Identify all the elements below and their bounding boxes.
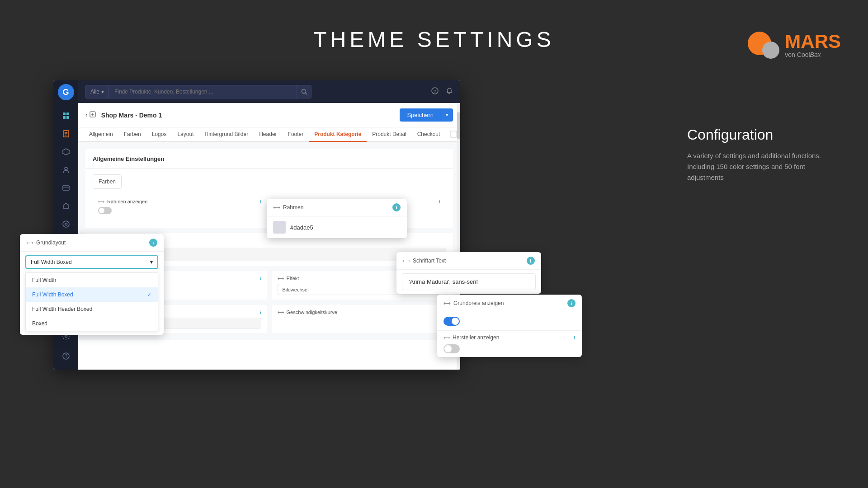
page-title-section: THEME SETTINGS MARS von CoolBax Configur…: [0, 0, 868, 488]
save-button[interactable]: Speichern: [400, 108, 441, 122]
sidebar-icon-orders[interactable]: [58, 126, 74, 142]
topbar: Alle ▾ ?: [78, 80, 460, 103]
page-title: THEME SETTINGS: [0, 27, 868, 52]
dropdown-item-boxed[interactable]: Boxed: [26, 316, 158, 331]
grundlayout-dropdown-menu: Full Width Full Width Boxed ✓ Full Width…: [25, 272, 158, 331]
tab-allgemein[interactable]: Allgemein: [84, 127, 118, 142]
sidebar-icon-customers[interactable]: [58, 162, 74, 178]
rahmen-info[interactable]: ℹ: [439, 199, 440, 204]
schriftart-value: 'Arima Madurai', sans-serif: [402, 273, 536, 290]
tab-footer[interactable]: Footer: [283, 127, 309, 142]
tab-produkt-detail[interactable]: Produkt Detail: [367, 127, 411, 142]
check-icon: ✓: [147, 291, 151, 298]
grundpreis-toggle[interactable]: [443, 317, 460, 326]
tab-logos[interactable]: Logos: [146, 127, 172, 142]
schriftart-title: Schriftart Text: [413, 258, 446, 264]
grundlayout-title: Grundlayout: [36, 239, 66, 246]
search-input[interactable]: [108, 85, 297, 99]
hersteller-info[interactable]: ℹ: [574, 335, 576, 340]
schriftart-icon: ⟷: [403, 258, 410, 264]
rahmen-color-swatch-panel[interactable]: [273, 221, 286, 234]
svg-point-11: [63, 221, 69, 227]
geschwindigkeit-label: Geschwindigkeitskurve: [287, 310, 338, 315]
sidebar-icon-products[interactable]: [58, 144, 74, 160]
grundlayout-info-btn[interactable]: i: [149, 239, 157, 247]
hersteller-title: Hersteller anzeigen: [453, 334, 499, 341]
dauer-info[interactable]: ℹ: [259, 310, 261, 315]
rahmen-anzeigen-toggle[interactable]: [98, 207, 112, 214]
search-container: Alle ▾: [85, 85, 311, 99]
svg-text:?: ?: [434, 89, 436, 94]
dropdown-item-full-width[interactable]: Full Width: [26, 273, 158, 287]
tab-farben[interactable]: Farben: [118, 127, 146, 142]
grundlayout-select[interactable]: Full Width Boxed ▾: [25, 255, 158, 269]
rahmen-anzeigen-info[interactable]: ℹ: [259, 199, 261, 204]
tab-header[interactable]: Header: [254, 127, 282, 142]
grundlayout-icon: ⟷: [26, 240, 33, 246]
svg-point-16: [65, 335, 67, 338]
config-panel: Configuration A variety of settings and …: [687, 127, 841, 183]
sidebar-icon-help[interactable]: ?: [58, 348, 74, 364]
inner-header: ‹ Shop Mars - Demo 1 Speichern ▾: [78, 103, 460, 127]
nav-arrows: ‹: [85, 111, 96, 119]
forward-icon[interactable]: [90, 111, 96, 119]
effekt-label: Effekt: [287, 276, 299, 281]
search-button[interactable]: [297, 85, 311, 99]
aktiv-info[interactable]: ℹ: [259, 276, 261, 281]
scrollbar-thumb: [457, 112, 460, 139]
rahmen-panel-title: Rahmen: [283, 204, 303, 211]
svg-rect-1: [66, 113, 69, 115]
tab-hintergrund[interactable]: Hintergrund Bilder: [199, 127, 254, 142]
tab-layout[interactable]: Layout: [172, 127, 199, 142]
schriftart-panel: ⟷ Schriftart Text ℹ 'Arima Madurai', san…: [396, 252, 541, 294]
hersteller-section: ⟷ Hersteller anzeigen ℹ: [437, 330, 582, 357]
section-title: Allgemeine Einstellungen: [93, 155, 164, 162]
rahmen-panel: ⟷ Rahmen ℹ #dadae5: [267, 199, 407, 238]
save-dropdown-button[interactable]: ▾: [441, 108, 453, 122]
dropdown-item-full-width-boxed[interactable]: Full Width Boxed ✓: [26, 287, 158, 302]
save-button-group: Speichern ▾: [400, 108, 453, 122]
setting-rahmen-anzeigen: ⟷ Rahmen anzeigen ℹ: [93, 194, 267, 222]
svg-rect-2: [63, 116, 66, 119]
svg-point-8: [65, 167, 67, 170]
rahmen-anzeigen-label: Rahmen anzeigen: [107, 199, 147, 204]
farben-label: Farben: [93, 174, 122, 189]
sidebar-logo: G: [58, 84, 74, 100]
svg-rect-9: [63, 186, 69, 190]
grundlayout-panel-header: ⟷ Grundlayout i: [20, 234, 164, 252]
grundpreis-info-btn[interactable]: ℹ: [567, 299, 576, 307]
mars-logo-text: MARS von CoolBax: [785, 32, 841, 58]
mars-brand-text: MARS: [785, 32, 841, 51]
grundlayout-selected-value: Full Width Boxed: [31, 259, 72, 265]
grundlayout-panel: ⟷ Grundlayout i Full Width Boxed ▾ Full …: [20, 234, 164, 335]
help-icon[interactable]: ?: [431, 87, 439, 96]
rahmen-panel-info-btn[interactable]: ℹ: [392, 203, 401, 211]
mars-circle-gray: [762, 42, 779, 59]
tab-produkt-kategorie[interactable]: Produkt Kategorie: [309, 127, 367, 142]
notifications-icon[interactable]: [446, 87, 453, 96]
search-dropdown[interactable]: Alle ▾: [85, 85, 108, 99]
sidebar-icon-apps[interactable]: [58, 216, 74, 232]
sidebar-icon-marketing[interactable]: [58, 180, 74, 196]
grundpreis-panel-header: ⟷ Grundpreis anzeigen ℹ: [437, 295, 582, 312]
mars-subtext: von CoolBax: [785, 51, 841, 58]
back-arrow[interactable]: ‹: [85, 111, 88, 119]
svg-line-20: [305, 93, 307, 95]
mars-logo: MARS von CoolBax: [748, 32, 841, 59]
config-description: A variety of settings and additional fun…: [687, 150, 841, 183]
rahmen-panel-header: ⟷ Rahmen ℹ: [267, 199, 407, 216]
sidebar-icon-dashboard[interactable]: [58, 108, 74, 124]
dropdown-item-full-width-header-boxed[interactable]: Full Width Header Boxed: [26, 302, 158, 316]
hersteller-icon: ⟷: [443, 335, 450, 340]
mars-logo-circles: [748, 32, 779, 59]
grundpreis-panel: ⟷ Grundpreis anzeigen ℹ ⟷ Hersteller anz…: [437, 295, 582, 357]
config-title: Configuration: [687, 127, 841, 143]
tab-checkout[interactable]: Checkout: [412, 127, 446, 142]
rahmen-color-hex: #dadae5: [290, 224, 313, 231]
sidebar-icon-announcements[interactable]: [58, 198, 74, 214]
rahmen-panel-icon: ⟷: [273, 205, 280, 211]
hersteller-toggle[interactable]: [443, 344, 460, 353]
schriftart-info-btn[interactable]: ℹ: [527, 257, 535, 265]
shop-title: Shop Mars - Demo 1: [101, 112, 395, 119]
svg-point-12: [65, 223, 67, 225]
